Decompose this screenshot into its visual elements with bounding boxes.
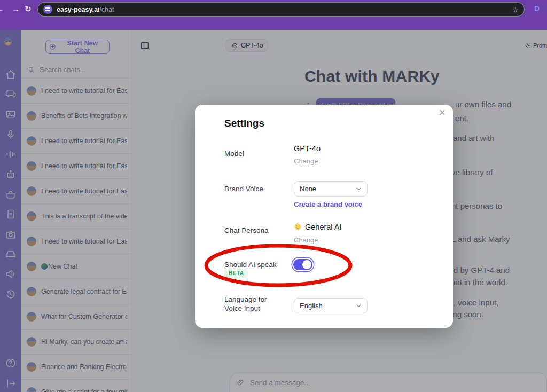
voice-language-select[interactable]: English [294,298,368,313]
model-value: GPT-4o [294,144,321,153]
settings-title: Settings [224,117,264,129]
chat-persona-change-link[interactable]: Change [294,236,318,244]
brand-voice-label: Brand Voice [224,185,263,193]
create-brand-voice-link[interactable]: Create a brand voice [294,200,362,208]
forward-icon[interactable]: → [12,4,20,14]
speak-back-toggle[interactable] [293,259,312,270]
settings-modal: × Settings Model GPT-4o Change Brand Voi… [195,105,453,328]
beta-badge: BETA [224,269,248,278]
site-info-icon[interactable] [43,5,52,14]
voice-language-label: Language for Voice Input [224,295,284,313]
address-bar[interactable]: easy-peasy.ai/chat ☆ [37,2,525,17]
chat-persona-label: Chat Persona [224,226,269,234]
browser-chrome: ← → ↻ easy-peasy.ai/chat ☆ D [0,0,547,30]
screen: Start New Chat I need to write tutorial … [0,0,547,392]
chat-persona-value: General AI [305,223,342,231]
chevron-down-icon [356,186,362,192]
brand-voice-select[interactable]: None [294,181,368,197]
reload-icon[interactable]: ↻ [25,4,32,14]
url-text: easy-peasy.ai/chat [57,6,114,13]
smiley-icon [294,223,302,231]
model-change-link[interactable]: Change [294,157,318,165]
brand-voice-value: None [300,185,316,193]
model-label: Model [224,150,244,158]
back-icon[interactable]: ← [0,4,4,14]
bookmark-star-icon[interactable]: ☆ [512,5,519,14]
close-icon[interactable]: × [439,107,446,119]
chevron-down-icon [356,303,362,309]
voice-language-value: English [300,302,323,310]
toggle-knob [302,260,311,269]
profile-avatar[interactable]: D [534,4,540,13]
